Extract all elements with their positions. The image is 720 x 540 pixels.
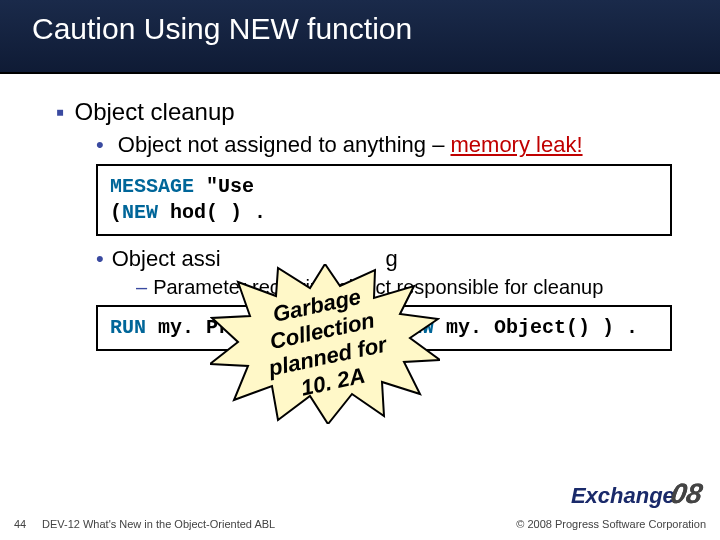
footer-title: DEV-12 What's New in the Object-Oriented… <box>42 518 275 530</box>
copyright: © 2008 Progress Software Corporation <box>516 518 706 530</box>
bullet-l2-a-text: Object not assigned to anything – <box>118 132 451 157</box>
bullet-l2-a: Object not assigned to anything – memory… <box>96 132 696 158</box>
memory-leak-text: memory leak! <box>451 132 583 157</box>
title-bar: Caution Using NEW function <box>0 0 720 74</box>
bullet-l1: Object cleanup <box>56 98 696 126</box>
kw-new: NEW <box>122 201 158 224</box>
slide-title: Caution Using NEW function <box>0 0 720 46</box>
callout-burst: Garbage Collection planned for 10. 2A <box>210 264 440 424</box>
kw-run: RUN <box>110 316 146 339</box>
footer: 44 DEV-12 What's New in the Object-Orien… <box>0 508 720 540</box>
kw-message: MESSAGE <box>110 175 194 198</box>
code1-line1-rest: "Use <box>194 175 254 198</box>
page-number: 44 <box>14 518 42 530</box>
code-box-1: MESSAGE "Use (NEW hod( ) . <box>96 164 672 236</box>
code1-line1: MESSAGE "Use <box>110 174 658 200</box>
code1-line2: (NEW hod( ) . <box>110 200 658 226</box>
exchange-logo: Exchange08 <box>571 478 702 510</box>
content-area: Object cleanup Object not assigned to an… <box>0 74 720 464</box>
logo-year: 08 <box>668 478 705 510</box>
logo-brand: Exchange <box>571 483 675 508</box>
